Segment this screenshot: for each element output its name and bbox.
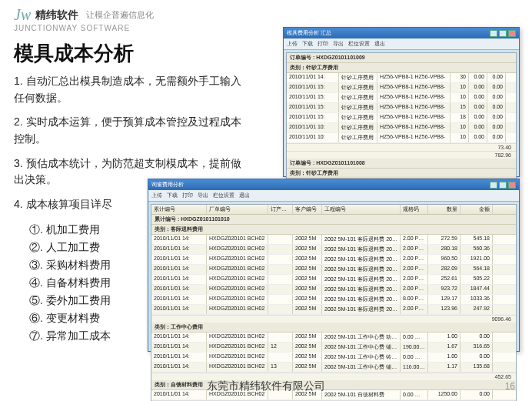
tb-cols[interactable]: 栏位设置	[213, 192, 234, 199]
tb-upload[interactable]: 上传	[151, 192, 162, 199]
table-row[interactable]: 2010/11/01 14:针砂工序费用HZ56-VPB8-1 HZ56-VPB…	[287, 73, 516, 83]
subtotal-2: 782.96	[287, 151, 516, 159]
tb-export[interactable]: 导出	[333, 40, 344, 48]
brand-logo: Jw 精纬软件 让模企普遍信息化	[14, 6, 518, 24]
table-row[interactable]: 2010/11/01 10:针砂工序费用HZ56-VPB8-1 HZ56-VPB…	[287, 133, 516, 143]
tb-cols[interactable]: 栏位设置	[348, 40, 370, 48]
window-titlebar[interactable]: 询窗费用分析	[148, 179, 519, 190]
page-number: 16	[505, 381, 515, 392]
grid-header: 累计编号 厂单编号 订产名称 客户编号 工程编号 规格码 数量 金额	[151, 205, 516, 215]
table-row[interactable]: 2010/11/01 14:HXDGZ020101 BCH02122002 5M…	[151, 343, 516, 353]
footer: 东莞市精纬软件有限公司	[0, 379, 532, 393]
grid: 订单编号 : HXDGZ0101101009 类别：针砂工序费用 2010/11…	[286, 52, 517, 179]
window-title: 模具费用分析 汇总	[287, 29, 331, 37]
grid: 累计编号 厂单编号 订产名称 客户编号 工程编号 规格码 数量 金额 累计编号 …	[151, 204, 517, 401]
subtotal-1: 73.40	[287, 143, 516, 151]
tb-upload[interactable]: 上传	[287, 40, 298, 48]
logo-cn: 精纬软件	[35, 8, 78, 22]
table-row[interactable]: 2010/11/01 15:针砂工序费用HZ56-VPB8-1 HZ56-VPB…	[287, 113, 516, 123]
tb-print[interactable]: 打印	[318, 40, 328, 48]
table-row[interactable]: 2010/11/01 14:HXDGZ020101 BCH022002 5M20…	[151, 265, 516, 275]
min-icon[interactable]	[490, 182, 497, 189]
table-row[interactable]: 2010/11/01 14:HXDGZ020101 BCH02132002 5M…	[151, 363, 516, 373]
window-title: 询窗费用分析	[151, 181, 184, 189]
logo-tag: 让模企普遍信息化	[86, 9, 154, 21]
table-row[interactable]: 2010/11/01 15:针砂工序费用HZ56-VPB8-1 HZ56-VPB…	[287, 103, 516, 113]
close-icon[interactable]	[508, 182, 516, 189]
table-row[interactable]: 2010/11/01 15:针砂工序费用HZ56-VPB8-1 HZ56-VPB…	[287, 93, 516, 103]
bullet-2: 2. 实时成本运算，便于预算成本管控及过程成本控制。	[14, 114, 244, 147]
tb-exit[interactable]: 退出	[239, 192, 250, 199]
tb-download[interactable]: 下载	[302, 40, 313, 48]
tb-exit[interactable]: 退出	[374, 40, 385, 48]
max-icon[interactable]	[499, 30, 507, 37]
table-row[interactable]: 2010/11/01 14:HXDGZ020101 BCH022002 5M20…	[151, 275, 516, 285]
cost-detail-window: 询窗费用分析 上传 下载 打印 导出 栏位设置 退出 累计编号 厂单编号 订产名…	[148, 179, 520, 352]
cost-summary-window: 模具费用分析 汇总 上传 下载 打印 导出 栏位设置 退出 订单编号 : HXD…	[283, 27, 520, 177]
order-label: 订单编号	[290, 55, 311, 60]
min-icon[interactable]	[490, 30, 497, 37]
close-icon[interactable]	[508, 30, 516, 37]
table-row[interactable]: 2010/11/01 14:HXDGZ020101 BCH022002 5M20…	[151, 305, 516, 315]
table-row[interactable]: 2010/11/01 14:HXDGZ020101 BCH022002 5M20…	[151, 235, 516, 245]
toolbar: 上传 下载 打印 导出 栏位设置 退出	[284, 38, 519, 50]
table-row[interactable]: 2010/11/01 10:针砂工序费用HZ56-VPB8-1 HZ56-VPB…	[287, 123, 516, 133]
group-row: 类别：针砂工序费用	[287, 63, 516, 73]
table-row[interactable]: 2010/11/01 14:HXDGZ020101 BCH022002 5M20…	[151, 295, 516, 305]
table-row[interactable]: 2010/11/01 14:HXDGZ020101 BCH022002 5M20…	[151, 353, 516, 363]
table-row[interactable]: 2010/11/01 15:针砂工序费用HZ56-VPB8-1 HZ56-VPB…	[287, 83, 516, 93]
window-titlebar[interactable]: 模具费用分析 汇总	[284, 28, 519, 38]
order-value: HXDGZ0101101009	[316, 55, 364, 60]
logo-mark: Jw	[14, 6, 31, 24]
table-row[interactable]: 2010/11/01 14:HXDGZ020101 BCH022002 5M20…	[151, 332, 516, 343]
tb-export[interactable]: 导出	[198, 192, 208, 199]
max-icon[interactable]	[499, 182, 507, 189]
tb-print[interactable]: 打印	[182, 192, 193, 199]
tb-download[interactable]: 下载	[167, 192, 178, 199]
bullet-1: 1. 自动汇总出模具制造成本，无需额外手工输入任何数据。	[14, 73, 244, 106]
table-row[interactable]: 2010/11/01 14:HXDGZ020101 BCH022002 5M20…	[151, 255, 516, 265]
toolbar: 上传 下载 打印 导出 栏位设置 退出	[148, 190, 519, 202]
table-row[interactable]: 2010/11/01 14:HXDGZ020101 BCH022002 5M20…	[151, 245, 516, 255]
table-row[interactable]: 2010/11/01 14:HXDGZ020101 BCH022002 5M20…	[151, 285, 516, 295]
